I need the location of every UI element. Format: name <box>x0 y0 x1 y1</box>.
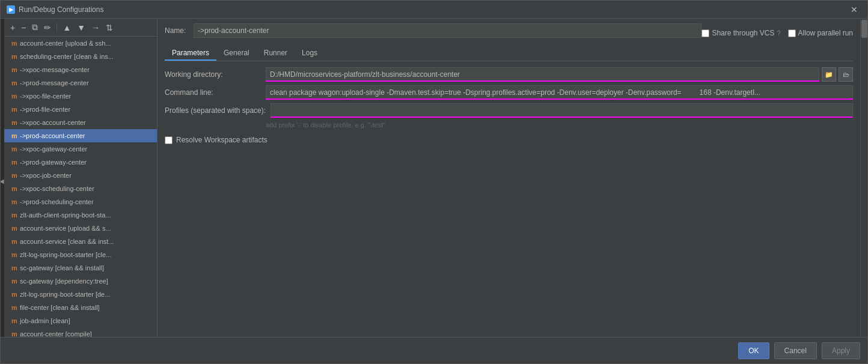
maven-icon: m <box>11 172 17 179</box>
tab-runner[interactable]: Runner <box>257 46 295 61</box>
title-bar: ▶ Run/Debug Configurations ✕ <box>1 1 867 19</box>
sidebar-item-13[interactable]: m zlt-auth-client-spring-boot-sta... <box>4 208 157 222</box>
maven-icon: m <box>11 317 17 324</box>
top-right-options: Share through VCS ? Allow parallel run <box>701 29 853 37</box>
sidebar-item-4[interactable]: m ->xpoc-file-center <box>4 89 157 103</box>
apply-button[interactable]: Apply <box>822 342 860 359</box>
sidebar-item-label: zlt-auth-client-spring-boot-sta... <box>20 211 111 219</box>
working-directory-field: 📁 🗁 <box>266 67 853 82</box>
scrollbar-thumb <box>861 20 867 38</box>
close-button[interactable]: ✕ <box>847 4 861 16</box>
sort-button[interactable]: ⇅ <box>103 22 115 34</box>
sidebar-item-label: ->xpoc-job-center <box>20 172 72 179</box>
browse-folder-button[interactable]: 📁 <box>822 67 836 82</box>
resolve-workspace-row: Resolve Workspace artifacts <box>165 136 853 144</box>
header-row: Name: Share through VCS ? Allow parallel… <box>165 23 853 43</box>
app-icon: ▶ <box>7 5 15 14</box>
maven-icon: m <box>11 132 17 139</box>
sidebar-item-label: account-center [upload & ssh... <box>20 40 111 47</box>
sidebar-item-0[interactable]: m account-center [upload & ssh... <box>4 37 157 50</box>
share-vcs-help-icon: ? <box>777 29 780 37</box>
sidebar-item-label: ->prod-message-center <box>20 79 89 86</box>
move-to-button[interactable]: → <box>89 22 102 34</box>
sidebar-item-6[interactable]: m ->xpoc-account-center <box>4 116 157 129</box>
sidebar-item-label: ->xpoc-account-center <box>20 119 86 126</box>
sidebar-item-5[interactable]: m ->prod-file-center <box>4 103 157 116</box>
maven-icon: m <box>11 211 17 219</box>
sidebar-item-21[interactable]: m job-admin [clean] <box>4 314 157 327</box>
sidebar-item-20[interactable]: m file-center [clean && install] <box>4 301 157 314</box>
sidebar-item-17[interactable]: m sc-gateway [clean && install] <box>4 261 157 275</box>
sidebar-item-18[interactable]: m sc-gateway [dependency:tree] <box>4 275 157 288</box>
sidebar: + − ⧉ ✏ ▲ ▼ → ⇅ m account-center [upload… <box>4 19 157 337</box>
maven-icon: m <box>11 145 17 153</box>
sidebar-item-10[interactable]: m ->xpoc-job-center <box>4 169 157 182</box>
resolve-workspace-checkbox[interactable] <box>165 136 173 144</box>
open-folder-button[interactable]: 🗁 <box>839 67 853 82</box>
working-directory-input[interactable] <box>266 67 819 82</box>
sidebar-item-label: account-service [clean && inst... <box>20 238 114 245</box>
sidebar-item-label: file-center [clean && install] <box>20 304 100 311</box>
maven-icon: m <box>11 66 17 73</box>
sidebar-item-label: ->prod-account-center <box>20 132 85 139</box>
tab-parameters[interactable]: Parameters <box>165 46 216 61</box>
command-line-input[interactable] <box>266 85 853 100</box>
sidebar-item-label: ->xpoc-scheduling-center <box>20 185 94 192</box>
name-input[interactable] <box>194 23 701 38</box>
maven-icon: m <box>11 264 17 271</box>
sidebar-item-3[interactable]: m ->prod-message-center <box>4 76 157 89</box>
tab-general[interactable]: General <box>216 46 257 61</box>
sidebar-item-label: sc-gateway [dependency:tree] <box>20 278 108 285</box>
sidebar-item-label: ->prod-scheduling-center <box>20 198 94 205</box>
profiles-row: Profiles (separated with space): <box>165 103 853 118</box>
vertical-scrollbar[interactable] <box>860 19 867 337</box>
sidebar-item-label: ->prod-file-center <box>20 106 70 113</box>
allow-parallel-checkbox[interactable] <box>788 29 796 37</box>
maven-icon: m <box>11 53 17 60</box>
add-config-button[interactable]: + <box>8 22 17 34</box>
form-grid: Working directory: 📁 🗁 Command line: <box>165 67 853 144</box>
title-bar-left: ▶ Run/Debug Configurations <box>7 5 103 14</box>
sidebar-item-label: sc-gateway [clean && install] <box>20 264 104 271</box>
move-up-button[interactable]: ▲ <box>60 22 73 34</box>
main-content: ◀ + − ⧉ ✏ ▲ ▼ → ⇅ m account-center [uplo… <box>1 19 867 337</box>
profiles-input[interactable] <box>270 103 853 118</box>
sidebar-item-14[interactable]: m account-service [upload && s... <box>4 222 157 235</box>
sidebar-item-11[interactable]: m ->xpoc-scheduling-center <box>4 182 157 195</box>
allow-parallel-label[interactable]: Allow parallel run <box>788 29 853 37</box>
sidebar-item-1[interactable]: m scheduling-center [clean & ins... <box>4 50 157 63</box>
sidebar-item-label: account-service [upload && s... <box>20 225 111 232</box>
sidebar-item-label: scheduling-center [clean & ins... <box>20 53 114 60</box>
profiles-label: Profiles (separated with space): <box>165 106 266 115</box>
dialog-title: Run/Debug Configurations <box>19 5 103 14</box>
sidebar-item-label: account-center [compile] <box>20 330 92 337</box>
remove-config-button[interactable]: − <box>19 22 28 34</box>
sidebar-item-7[interactable]: m ->prod-account-center <box>4 129 157 142</box>
sidebar-item-16[interactable]: m zlt-log-spring-boot-starter [cle... <box>4 248 157 261</box>
sidebar-item-15[interactable]: m account-service [clean && inst... <box>4 235 157 248</box>
maven-icon: m <box>11 159 17 166</box>
sidebar-item-19[interactable]: m zlt-log-spring-boot-starter [de... <box>4 288 157 301</box>
edit-config-button[interactable]: ✏ <box>41 22 53 34</box>
command-line-container <box>266 85 853 100</box>
resolve-workspace-label: Resolve Workspace artifacts <box>176 136 267 144</box>
sidebar-item-12[interactable]: m ->prod-scheduling-center <box>4 195 157 208</box>
sidebar-item-8[interactable]: m ->xpoc-gateway-center <box>4 142 157 156</box>
move-down-button[interactable]: ▼ <box>75 22 88 34</box>
name-row: Name: <box>165 23 701 38</box>
share-vcs-label[interactable]: Share through VCS ? <box>701 29 780 37</box>
sidebar-item-2[interactable]: m ->xpoc-message-center <box>4 63 157 76</box>
ok-button[interactable]: OK <box>738 342 769 359</box>
sidebar-item-label: zlt-log-spring-boot-starter [de... <box>20 291 110 298</box>
sidebar-item-22[interactable]: m account-center [compile] <box>4 327 157 337</box>
maven-icon: m <box>11 238 17 245</box>
tab-logs[interactable]: Logs <box>295 46 325 61</box>
maven-icon: m <box>11 251 17 258</box>
maven-icon: m <box>11 291 17 298</box>
sidebar-item-label: ->prod-gateway-center <box>20 159 87 166</box>
share-vcs-checkbox[interactable] <box>701 29 709 37</box>
cancel-button[interactable]: Cancel <box>774 342 817 359</box>
sidebar-item-9[interactable]: m ->prod-gateway-center <box>4 156 157 169</box>
sidebar-item-label: job-admin [clean] <box>20 317 70 324</box>
copy-config-button[interactable]: ⧉ <box>29 21 40 34</box>
